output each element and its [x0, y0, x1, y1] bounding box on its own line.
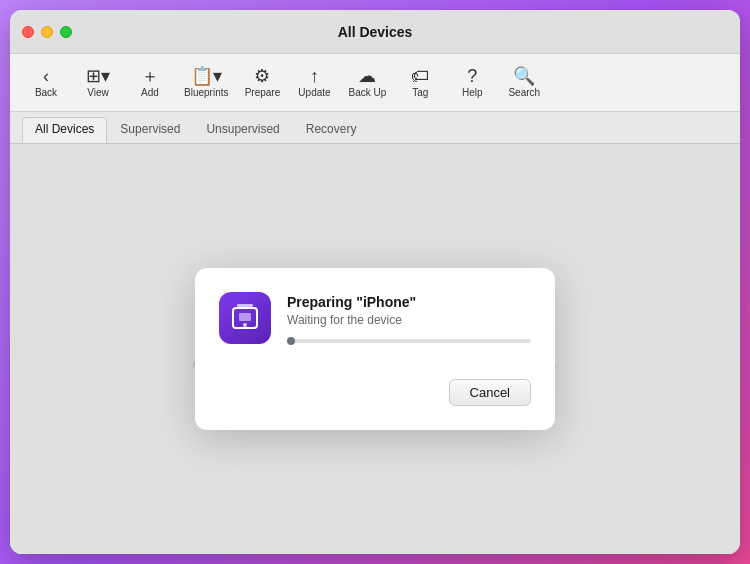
toolbar-update[interactable]: ↑ Update	[290, 63, 338, 102]
backup-icon: ☁	[358, 67, 376, 85]
toolbar-view[interactable]: ⊞▾ View	[74, 63, 122, 102]
add-label: Add	[141, 87, 159, 98]
tag-label: Tag	[412, 87, 428, 98]
toolbar-prepare[interactable]: ⚙ Prepare	[238, 63, 286, 102]
toolbar-tag[interactable]: 🏷 Tag	[396, 63, 444, 102]
minimize-button[interactable]	[41, 26, 53, 38]
dialog-title: Preparing "iPhone"	[287, 294, 531, 310]
tab-all-devices[interactable]: All Devices	[22, 117, 107, 143]
tabs-bar: All Devices Supervised Unsupervised Reco…	[10, 112, 740, 144]
dialog-header: Preparing "iPhone" Waiting for the devic…	[219, 292, 531, 363]
add-icon: ＋	[141, 67, 159, 85]
help-icon: ?	[467, 67, 477, 85]
main-window: All Devices ‹ Back ⊞▾ View ＋ Add 📋▾ Blue…	[10, 10, 740, 554]
toolbar-help[interactable]: ? Help	[448, 63, 496, 102]
toolbar-back[interactable]: ‹ Back	[22, 63, 70, 102]
update-icon: ↑	[310, 67, 319, 85]
dialog-footer: Cancel	[219, 379, 531, 406]
back-label: Back	[35, 87, 57, 98]
toolbar-search[interactable]: 🔍 Search	[500, 63, 548, 102]
prepare-label: Prepare	[245, 87, 281, 98]
dialog-text: Preparing "iPhone" Waiting for the devic…	[287, 292, 531, 363]
tab-unsupervised[interactable]: Unsupervised	[193, 117, 292, 143]
search-icon: 🔍	[513, 67, 535, 85]
prepare-icon: ⚙	[254, 67, 270, 85]
traffic-lights	[22, 26, 72, 38]
progress-dot	[287, 337, 295, 345]
svg-rect-1	[237, 304, 253, 307]
help-label: Help	[462, 87, 483, 98]
dialog-subtitle: Waiting for the device	[287, 313, 531, 327]
cancel-button[interactable]: Cancel	[449, 379, 531, 406]
blueprints-label: Blueprints	[184, 87, 228, 98]
progress-container	[287, 339, 531, 343]
svg-rect-2	[239, 313, 251, 321]
back-icon: ‹	[43, 67, 49, 85]
progress-bar	[287, 339, 531, 343]
preparing-dialog: Preparing "iPhone" Waiting for the devic…	[195, 268, 555, 430]
configurator-icon-svg	[227, 300, 263, 336]
view-label: View	[87, 87, 109, 98]
main-content: Connect Devices Apple Configurator suppo…	[10, 144, 740, 554]
toolbar-blueprints[interactable]: 📋▾ Blueprints	[178, 63, 234, 102]
app-icon	[219, 292, 271, 344]
search-label: Search	[508, 87, 540, 98]
window-title: All Devices	[338, 24, 413, 40]
toolbar: ‹ Back ⊞▾ View ＋ Add 📋▾ Blueprints ⚙ Pre…	[10, 54, 740, 112]
close-button[interactable]	[22, 26, 34, 38]
blueprints-icon: 📋▾	[191, 67, 222, 85]
maximize-button[interactable]	[60, 26, 72, 38]
tab-recovery[interactable]: Recovery	[293, 117, 370, 143]
svg-point-3	[243, 323, 247, 327]
tag-icon: 🏷	[411, 67, 429, 85]
toolbar-add[interactable]: ＋ Add	[126, 63, 174, 102]
view-icon: ⊞▾	[86, 67, 110, 85]
tab-supervised[interactable]: Supervised	[107, 117, 193, 143]
titlebar: All Devices	[10, 10, 740, 54]
toolbar-backup[interactable]: ☁ Back Up	[342, 63, 392, 102]
modal-overlay: Preparing "iPhone" Waiting for the devic…	[10, 144, 740, 554]
update-label: Update	[298, 87, 330, 98]
backup-label: Back Up	[348, 87, 386, 98]
